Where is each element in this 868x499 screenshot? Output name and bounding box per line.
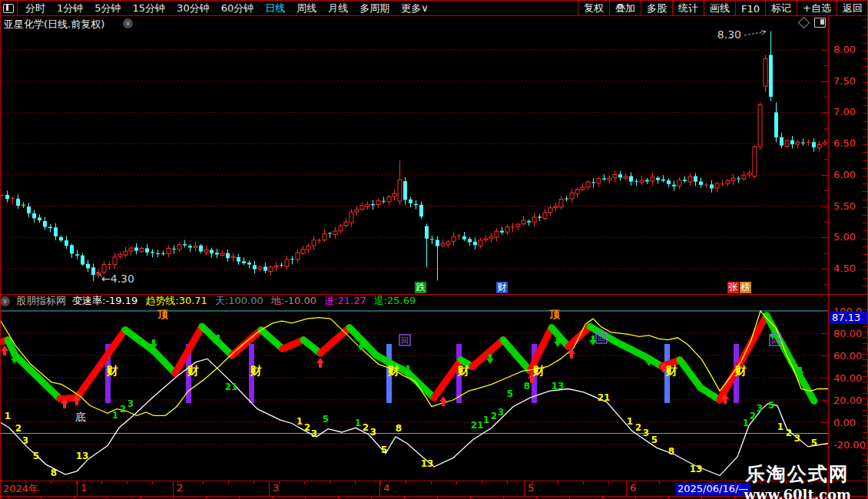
svg-text:财: 财 (532, 364, 545, 378)
indicator-field-2: 天:100.00 (215, 295, 263, 306)
tool-button-1[interactable]: 叠加 (609, 1, 641, 16)
price-axis-label: 7.50 (833, 75, 856, 87)
month-label-1: 1 (81, 482, 87, 494)
event-marker-跌: 跌 (415, 282, 426, 293)
menu-item-0[interactable]: 分时 (25, 2, 45, 15)
indicator-field-1: 趋势线:30.71 (145, 295, 207, 306)
svg-text:底: 底 (75, 411, 86, 423)
tool-button-3[interactable]: 统计 (672, 1, 704, 16)
svg-text:2: 2 (15, 423, 22, 434)
watermark-url: www.60lt.com (744, 487, 851, 499)
svg-text:回: 回 (598, 334, 605, 342)
left-border (0, 0, 1, 499)
price-axis-label: 6.00 (833, 169, 856, 180)
svg-text:3: 3 (643, 428, 649, 438)
svg-text:3: 3 (128, 398, 134, 409)
indicator-field-5: 退:25.69 (374, 295, 416, 306)
svg-text:1: 1 (483, 415, 489, 425)
svg-text:3: 3 (757, 403, 763, 414)
svg-text:财: 财 (457, 364, 469, 378)
price-axis-label: 8.00 (833, 44, 856, 55)
svg-text:8: 8 (51, 468, 57, 478)
svg-text:2: 2 (750, 411, 756, 421)
tool-button-2[interactable]: 多股 (641, 1, 672, 16)
indicator-values: 变速率:-19.19趋势线:30.71天:100.00地:-10.00进:21.… (72, 295, 423, 307)
tool-button-8[interactable]: 返回 (837, 1, 868, 16)
svg-text:5: 5 (651, 435, 658, 445)
price-axis-label: 6.50 (833, 137, 856, 149)
price-axis-label: 5.50 (833, 200, 856, 212)
svg-text:13: 13 (690, 464, 703, 474)
svg-text:3: 3 (22, 435, 28, 446)
menu-item-6[interactable]: 日线 (265, 2, 285, 15)
menu-item-3[interactable]: 15分钟 (133, 2, 166, 15)
menu-item-7[interactable]: 周线 (297, 2, 316, 15)
menu-item-10[interactable]: 更多∨ (401, 2, 429, 15)
event-marker-榜: 榜 (740, 282, 751, 293)
indicator-axis-label: 80.00 (833, 328, 862, 339)
tool-button-7[interactable]: +自选 (797, 1, 837, 16)
svg-text:1: 1 (777, 421, 784, 432)
svg-text:1: 1 (297, 416, 303, 427)
svg-text:财: 财 (106, 364, 118, 378)
indicator-chevron-icon[interactable]: ∨ (0, 296, 10, 306)
svg-text:顶: 顶 (157, 308, 168, 320)
menu-item-9[interactable]: 多周期 (359, 2, 389, 15)
svg-text:回: 回 (771, 336, 779, 345)
indicator-value-box: 87.13 (830, 312, 868, 324)
svg-text:2: 2 (120, 404, 126, 415)
svg-text:财: 财 (187, 364, 199, 378)
indicator-field-3: 地:-10.00 (271, 295, 316, 306)
svg-text:2: 2 (635, 422, 641, 433)
indicator-source: 股朋指标网 (16, 295, 66, 307)
price-axis-label: 7.00 (833, 106, 856, 117)
tool-button-0[interactable]: 复权 (578, 1, 609, 16)
menu-item-8[interactable]: 月线 (328, 2, 348, 15)
axis-border (828, 15, 829, 496)
svg-text:1: 1 (355, 418, 361, 428)
price-axis-label: 5.00 (833, 231, 856, 243)
svg-text:5: 5 (323, 414, 329, 425)
month-label-4: 4 (383, 482, 389, 494)
svg-text:←4.30: ←4.30 (101, 273, 134, 285)
svg-text:财: 财 (734, 364, 747, 378)
menu-item-1[interactable]: 1分钟 (57, 2, 83, 15)
indicator-axis-label: 20.00 (833, 395, 862, 406)
svg-text:1: 1 (5, 411, 11, 421)
layout-toggle-icon[interactable] (0, 1, 18, 16)
svg-text:3: 3 (498, 407, 504, 418)
month-label-5: 5 (528, 482, 534, 494)
indicator-chart[interactable]: 财财财财财财财财顶顶底回回回12358131232112351238513211… (0, 307, 828, 481)
svg-text:5: 5 (768, 400, 774, 411)
tools-menu: 复权叠加多股统计画线F10标记+自选返回 (578, 1, 868, 16)
svg-text:5: 5 (33, 451, 39, 461)
tool-button-4[interactable]: 画线 (704, 1, 735, 16)
svg-text:3: 3 (311, 428, 317, 439)
menu-item-4[interactable]: 30分钟 (177, 2, 210, 15)
svg-text:3: 3 (794, 433, 800, 444)
svg-text:2: 2 (363, 422, 369, 433)
svg-text:2: 2 (491, 411, 497, 421)
svg-text:1: 1 (627, 416, 633, 427)
indicator-header: ∨ 股朋指标网 变速率:-19.19趋势线:30.71天:100.00地:-10… (0, 295, 828, 307)
svg-text:1: 1 (112, 410, 118, 421)
svg-text:8.30: 8.30 (717, 28, 741, 41)
svg-text:5: 5 (811, 438, 817, 448)
candlestick-chart[interactable]: 8.30←4.30 (0, 15, 828, 294)
indicator-axis-label: 40.00 (833, 372, 862, 384)
svg-text:13: 13 (421, 458, 434, 469)
indicator-field-4: 进:21.27 (324, 295, 366, 306)
svg-text:8: 8 (396, 423, 402, 434)
svg-text:21: 21 (598, 392, 611, 403)
menu-item-5[interactable]: 60分钟 (221, 2, 254, 15)
indicator-axis-label: 60.00 (833, 350, 862, 362)
svg-text:5: 5 (507, 388, 513, 399)
svg-text:21: 21 (471, 420, 484, 431)
menu-item-2[interactable]: 5分钟 (94, 2, 121, 15)
tool-button-6[interactable]: 标记 (765, 1, 797, 16)
svg-text:21: 21 (225, 382, 238, 392)
tool-button-5[interactable]: F10 (735, 1, 765, 16)
price-axis-label: 4.50 (833, 263, 856, 274)
event-marker-张: 张 (727, 282, 739, 293)
svg-text:财: 财 (387, 364, 399, 378)
